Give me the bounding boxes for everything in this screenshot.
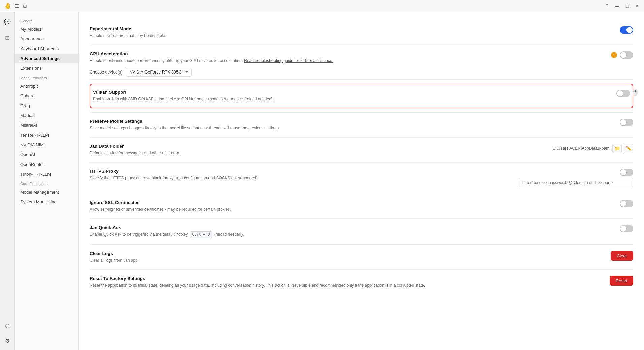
quick-ask-desc-suffix: (reload needed). (214, 232, 244, 237)
section-core-extensions: Core Extensions (15, 179, 78, 187)
vulkan-support-row: Vulkan Support Enable Vulkan with AMD GP… (90, 84, 633, 108)
sidebar-item-keyboard-shortcuts[interactable]: Keyboard Shortcuts (15, 44, 78, 54)
main-content: Experimental Mode Enable new features th… (79, 12, 644, 350)
preserve-model-info: Preserve Model Settings Save model setti… (90, 119, 613, 131)
gpu-help-link[interactable]: Read troubleshooting guide for further a… (244, 58, 333, 63)
ignore-ssl-info: Ignore SSL Certificates Allow self-signe… (90, 200, 613, 212)
jan-data-folder-row: Jan Data Folder Default location for mes… (90, 138, 633, 163)
gpu-title: GPU Acceleration (90, 51, 604, 56)
sidebar-item-appearance[interactable]: Appearance (15, 34, 78, 44)
close-button[interactable]: ✕ (635, 3, 640, 9)
sidebar-item-system-monitoring[interactable]: System Monitoring (15, 197, 78, 207)
icon-bar-chat[interactable]: 💬 (2, 16, 13, 27)
maximize-button[interactable]: □ (624, 3, 630, 9)
choose-device-label: Choose device(s) (90, 70, 122, 75)
titlebar-left: 🤚 ☰ ⊞ (4, 2, 28, 10)
gpu-control: ! (611, 51, 633, 59)
device-select[interactable]: NVIDIA GeForce RTX 305C (126, 68, 192, 77)
app-container: 💬 ⊞ ⬡ ⚙ General My Models Appearance Key… (0, 0, 644, 350)
jan-quick-ask-info: Jan Quick Ask Enable Quick Ask to be tri… (90, 225, 613, 238)
sidebar-item-label: Groq (20, 103, 30, 108)
experimental-mode-desc: Enable new features that may be unstable… (90, 33, 613, 39)
quick-ask-desc-prefix: Enable Quick Ask to be triggered via the… (90, 232, 188, 237)
reset-factory-row: Reset To Factory Settings Reset the appl… (90, 270, 633, 294)
experimental-mode-toggle[interactable] (620, 26, 633, 34)
jan-data-folder-info: Jan Data Folder Default location for mes… (90, 144, 546, 156)
sidebar-item-label: OpenAI (20, 152, 35, 157)
reset-factory-button[interactable]: Reset (610, 276, 633, 286)
gpu-toggle[interactable] (620, 51, 633, 59)
sidebar-item-label: Keyboard Shortcuts (20, 46, 59, 51)
jan-data-folder-control: C:\Users\ACER\AppData\Roami 📁 ✏️ (553, 144, 633, 153)
preserve-model-row: Preserve Model Settings Save model setti… (90, 113, 633, 138)
icon-bar: 💬 ⊞ ⬡ ⚙ (0, 12, 15, 350)
sidebar-item-my-models[interactable]: My Models (15, 24, 78, 34)
sidebar-item-label: TensorRT-LLM (20, 133, 49, 138)
reset-factory-title: Reset To Factory Settings (90, 276, 603, 281)
jan-quick-ask-control (620, 225, 633, 232)
sidebar-item-label: Advanced Settings (20, 56, 60, 61)
device-dropdown-area: Choose device(s) NVIDIA GeForce RTX 305C (90, 68, 633, 77)
gpu-desc: Enable to enhance model performance by u… (90, 58, 604, 64)
sidebar-item-advanced-settings[interactable]: Advanced Settings (15, 54, 78, 63)
grid-icon[interactable]: ⊞ (22, 3, 28, 9)
sidebar-item-label: Triton-TRT-LLM (20, 172, 51, 177)
experimental-mode-control (620, 26, 633, 34)
sidebar-item-label: MistralAI (20, 123, 37, 128)
sidebar-item-martian[interactable]: Martian (15, 111, 78, 120)
titlebar: 🤚 ☰ ⊞ ? — □ ✕ (0, 0, 644, 12)
app-icon: 🤚 (4, 2, 11, 10)
sidebar-item-nvidia-nim[interactable]: NVIDIA NIM (15, 140, 78, 150)
clear-logs-row: Clear Logs Clear all logs from Jan app. … (90, 245, 633, 270)
sidebar-item-mistralai[interactable]: MistralAI (15, 120, 78, 130)
section-model-providers: Model Providers (15, 73, 78, 81)
sidebar-item-openrouter[interactable]: OpenRouter (15, 159, 78, 169)
clear-logs-button[interactable]: Clear (611, 251, 633, 261)
sidebar-item-triton-trt-llm[interactable]: Triton-TRT-LLM (15, 169, 78, 179)
vulkan-toggle[interactable] (616, 90, 630, 97)
clear-logs-desc: Clear all logs from Jan app. (90, 257, 604, 263)
sidebar-item-openai[interactable]: OpenAI (15, 150, 78, 159)
sidebar-item-label: Cohere (20, 93, 35, 98)
sidebar-item-label: OpenRouter (20, 162, 44, 167)
icon-bar-apps[interactable]: ⊞ (2, 32, 13, 43)
gpu-info: GPU Acceleration Enable to enhance model… (90, 51, 604, 64)
proxy-input[interactable] (519, 178, 633, 187)
open-folder-button[interactable]: 📁 (612, 144, 622, 153)
vulkan-title: Vulkan Support (93, 90, 600, 95)
sidebar-item-label: My Models (20, 27, 41, 32)
sidebar-item-model-management[interactable]: Model Management (15, 187, 78, 197)
https-proxy-toggle[interactable] (620, 169, 633, 176)
https-proxy-control (519, 169, 633, 187)
jan-quick-ask-title: Jan Quick Ask (90, 225, 613, 230)
experimental-mode-title: Experimental Mode (90, 26, 613, 31)
vulkan-desc: Enable Vulkan with AMD GPU/APU and Intel… (93, 96, 600, 102)
titlebar-right: ? — □ ✕ (604, 3, 640, 9)
menu-icon[interactable]: ☰ (14, 3, 20, 9)
help-icon[interactable]: ? (604, 3, 610, 9)
ignore-ssl-row: Ignore SSL Certificates Allow self-signe… (90, 194, 633, 219)
preserve-model-toggle[interactable] (620, 119, 633, 126)
jan-quick-ask-row: Jan Quick Ask Enable Quick Ask to be tri… (90, 219, 633, 245)
https-proxy-row: HTTPS Proxy Specify the HTTPS proxy or l… (90, 163, 633, 194)
sidebar-item-tensorrt-llm[interactable]: TensorRT-LLM (15, 130, 78, 140)
ignore-ssl-toggle[interactable] (620, 200, 633, 207)
sidebar-item-extensions[interactable]: Extensions (15, 63, 78, 73)
reset-factory-info: Reset To Factory Settings Reset the appl… (90, 276, 603, 288)
minimize-button[interactable]: — (614, 3, 620, 9)
sidebar-item-anthropic[interactable]: Anthropic (15, 81, 78, 91)
jan-quick-ask-toggle[interactable] (620, 225, 633, 232)
sidebar-item-cohere[interactable]: Cohere (15, 91, 78, 101)
vulkan-info: Vulkan Support Enable Vulkan with AMD GP… (93, 90, 600, 102)
sidebar-item-label: Model Management (20, 189, 59, 195)
sidebar-item-groq[interactable]: Groq (15, 101, 78, 111)
gpu-warning-icon: ! (611, 52, 617, 58)
clear-logs-info: Clear Logs Clear all logs from Jan app. (90, 251, 604, 263)
icon-bar-plugin[interactable]: ⬡ (2, 320, 13, 331)
edit-folder-button[interactable]: ✏️ (624, 144, 633, 153)
experimental-mode-info: Experimental Mode Enable new features th… (90, 26, 613, 39)
icon-bar-settings[interactable]: ⚙ (2, 335, 13, 346)
gpu-acceleration-row: GPU Acceleration Enable to enhance model… (90, 45, 633, 80)
https-proxy-desc: Specify the HTTPS proxy or leave blank (… (90, 175, 512, 181)
https-proxy-info: HTTPS Proxy Specify the HTTPS proxy or l… (90, 169, 512, 181)
